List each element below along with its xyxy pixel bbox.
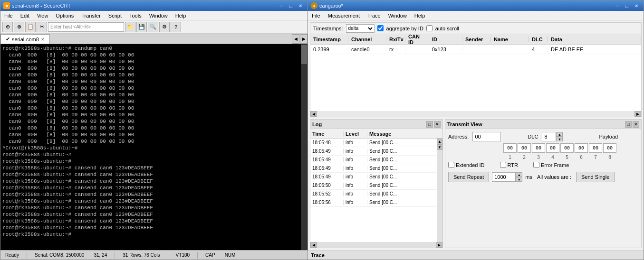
terminal-scrollbar[interactable] [301, 44, 308, 250]
toolbar-btn-9[interactable]: ? [171, 22, 181, 32]
close-button[interactable]: ✕ [296, 2, 305, 9]
terminal-area[interactable]: root@rk3588s-ubuntu:~# candump can0 can0… [0, 44, 308, 250]
error-frame-checkbox[interactable] [533, 162, 539, 168]
status-bar: Ready Serial: COM8, 1500000 31, 24 31 Ro… [0, 250, 308, 260]
toolbar-btn-2[interactable]: ⊗ [14, 22, 24, 32]
send-repeat-up-button[interactable]: ▲ [516, 172, 522, 177]
log-scroll-right-button[interactable]: ▶ [436, 242, 442, 248]
log-close-button[interactable]: ✕ [434, 121, 441, 128]
maximize-button[interactable]: □ [287, 2, 295, 9]
tab-next-button[interactable]: ▶ [300, 34, 308, 44]
terminal-line: root@rk3588s-ubuntu:~# cansend can0 123#… [2, 198, 306, 204]
auto-scroll-checkbox[interactable] [426, 25, 433, 31]
payload-input-7[interactable] [589, 143, 602, 153]
log-cell-message: Send [00 C... [367, 157, 442, 162]
log-header-message: Message [367, 131, 442, 137]
address-input[interactable] [472, 132, 501, 141]
log-cell-level: info [344, 157, 367, 162]
log-scroll-left-button[interactable]: ◀ [310, 242, 317, 248]
payload-input-5[interactable] [560, 143, 574, 153]
send-single-button[interactable]: Send Single [576, 172, 615, 182]
menu-view[interactable]: View [33, 12, 52, 19]
toolbar-btn-7[interactable]: 🔍 [148, 22, 158, 32]
tab-close-icon[interactable]: ✕ [41, 37, 45, 42]
log-scrollbar[interactable]: ▲ ▼ [437, 139, 442, 242]
tab-prev-button[interactable]: ◀ [292, 34, 299, 44]
payload-input-8[interactable] [603, 143, 616, 153]
can-menu-measurement[interactable]: Measurement [324, 12, 364, 19]
menu-tools[interactable]: Tools [125, 12, 145, 19]
menu-edit[interactable]: Edit [17, 12, 33, 19]
cangaroo-maximize-button[interactable]: □ [623, 2, 631, 9]
dlc-up-button[interactable]: ▲ [556, 132, 563, 137]
menu-options[interactable]: Options [52, 12, 77, 19]
terminal-line: root@rk3588s-ubuntu:~# cansend can0 123#… [2, 211, 306, 218]
aggregate-checkbox[interactable] [377, 25, 384, 31]
send-repeat-button[interactable]: Send Repeat [448, 172, 489, 182]
can-menu-trace[interactable]: Trace [364, 12, 384, 19]
extended-id-checkbox[interactable] [448, 162, 454, 168]
host-input[interactable] [48, 22, 124, 32]
transmit-close-button[interactable]: ✕ [633, 121, 639, 128]
toolbar-btn-3[interactable]: 📋 [25, 22, 36, 32]
can-menu-file[interactable]: File [308, 12, 324, 19]
log-float-button[interactable]: □ [426, 121, 433, 128]
menu-transfer[interactable]: Transfer [77, 12, 105, 19]
payload-input-1[interactable] [503, 143, 517, 153]
toolbar-btn-1[interactable]: ⊕ [2, 22, 13, 32]
send-repeat-input[interactable] [492, 172, 516, 182]
payload-input-4[interactable] [546, 143, 559, 153]
log-row[interactable]: 18:05:49 info Send [00 C... [310, 156, 442, 164]
rtr-checkbox[interactable] [500, 162, 506, 168]
send-repeat-spinner[interactable]: ▲ ▼ [492, 172, 522, 182]
log-row[interactable]: 18:05:49 info Send [00 C... [310, 173, 442, 181]
can-menu-help[interactable]: Help [411, 12, 429, 19]
error-frame-label[interactable]: Error Frame [533, 162, 569, 168]
log-row[interactable]: 18:05:52 info Send [00 C... [310, 190, 442, 198]
toolbar-btn-5[interactable]: 📁 [125, 22, 135, 32]
menu-file[interactable]: File [0, 12, 17, 19]
table-scrollbar-h[interactable]: ◀ ▶ [310, 111, 641, 117]
timestamps-select[interactable]: delta absolute [346, 24, 375, 33]
toolbar-btn-4[interactable]: ✂ [37, 22, 47, 32]
log-row[interactable]: 18:05:48 info Send [00 C... [310, 139, 442, 147]
dlc-down-button[interactable]: ▼ [556, 137, 563, 141]
scroll-left-button[interactable]: ◀ [310, 111, 317, 117]
toolbar-btn-8[interactable]: ⚙ [159, 22, 170, 32]
log-scrollbar-h[interactable]: ◀ ▶ [310, 242, 442, 248]
log-row[interactable]: 18:05:56 info Send [00 C... [310, 198, 442, 207]
toolbar-btn-6[interactable]: 💾 [136, 22, 147, 32]
terminal-line: root@rk3588s-ubuntu:~# cansend can0 123#… [2, 185, 306, 191]
log-row[interactable]: 18:05:50 info Send [00 C... [310, 181, 442, 190]
can-table-row[interactable]: 0.2399 candle0 rx 0x123 4 DE AD BE EF [310, 45, 641, 54]
dlc-input[interactable] [542, 132, 556, 141]
log-scroll-up-button[interactable]: ▲ [437, 139, 442, 144]
rtr-label[interactable]: RTR [500, 162, 518, 168]
menu-script[interactable]: Script [105, 12, 125, 19]
transmit-float-button[interactable]: □ [625, 121, 632, 128]
terminal-scrollthumb[interactable] [301, 45, 307, 64]
payload-input-6[interactable] [575, 143, 588, 153]
cangaroo-close-button[interactable]: ✕ [632, 2, 641, 9]
cangaroo-minimize-button[interactable]: ─ [613, 2, 622, 9]
send-repeat-down-button[interactable]: ▼ [516, 177, 522, 182]
payload-input-3[interactable] [532, 143, 545, 153]
minimize-button[interactable]: ─ [277, 2, 286, 9]
extended-id-label[interactable]: Extended ID [448, 162, 485, 168]
menu-help[interactable]: Help [172, 12, 190, 19]
can-menu-window[interactable]: Window [384, 12, 411, 19]
log-scroll-down-button[interactable]: ▼ [437, 144, 442, 150]
log-cell-level: info [344, 140, 367, 145]
payload-input-2[interactable] [518, 143, 531, 153]
status-sep-1 [27, 252, 27, 259]
dlc-spinner[interactable]: ▲ ▼ [542, 132, 563, 141]
terminal-line: root@rk3588s-ubuntu:~# cansend can0 123#… [2, 218, 306, 224]
log-scroll-area[interactable]: 18:05:48 info Send [00 C... 18:05:49 inf… [310, 139, 442, 242]
scroll-right-button[interactable]: ▶ [634, 111, 641, 117]
log-row[interactable]: 18:05:49 info Send [00 C... [310, 147, 442, 156]
terminal-line: can0 000 [8] 00 00 00 00 00 00 00 00 [2, 125, 306, 131]
scroll-track[interactable] [317, 111, 634, 117]
log-row[interactable]: 18:05:49 info Send [00 C... [310, 164, 442, 173]
menu-window[interactable]: Window [145, 12, 172, 19]
tab-serial-com8[interactable]: ✔ serial-com8 ✕ [0, 34, 50, 44]
